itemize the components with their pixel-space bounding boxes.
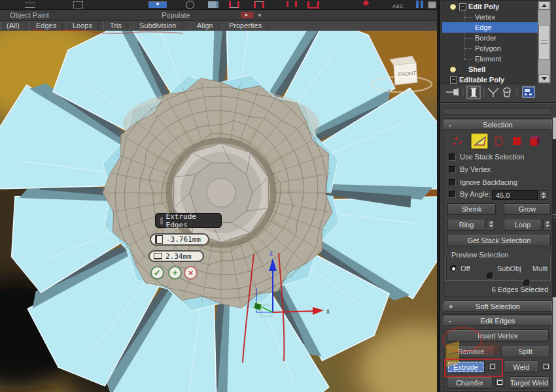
by-angle-spinner[interactable] <box>539 190 547 200</box>
layer-bars-icon[interactable] <box>421 1 423 8</box>
stack-row-edit-poly[interactable]: − Edit Poly <box>442 1 538 12</box>
check-icon: ✓ <box>154 268 161 278</box>
edit-edges-rollout-header[interactable]: - Edit Edges <box>443 316 552 326</box>
weld-button[interactable]: Weld <box>504 361 539 373</box>
by-vertex-label: By Vertex <box>460 165 491 174</box>
split-button[interactable]: Split <box>501 345 549 357</box>
perspective-viewport[interactable]: z x FRONT Extrude Edges -3.761mm <box>0 31 437 392</box>
element-subobject-icon[interactable] <box>530 136 540 146</box>
ring-spinner[interactable] <box>487 219 495 231</box>
marquee-icon[interactable] <box>73 1 83 8</box>
preview-subobj-radio[interactable] <box>487 272 494 280</box>
ribbon-tab-properties[interactable]: Properties <box>222 22 268 30</box>
ignore-backfacing-checkbox[interactable] <box>449 179 456 186</box>
stack-item-label[interactable]: Shell <box>468 64 485 74</box>
stack-item-label[interactable]: Editable Poly <box>459 74 504 84</box>
panel-scrollbar-track[interactable] <box>553 118 556 392</box>
model-center-dome[interactable] <box>169 140 273 245</box>
stack-row-element[interactable]: Element <box>442 54 551 64</box>
snap-toggle-icon[interactable]: ▼ <box>148 1 167 8</box>
caddy-grip-icon[interactable] <box>160 217 163 225</box>
make-unique-icon[interactable] <box>488 88 498 97</box>
remove-modifier-icon[interactable] <box>504 88 510 97</box>
ring-button[interactable]: Ring <box>447 219 485 231</box>
collapse-toggle[interactable]: - <box>449 316 451 326</box>
lightbulb-icon[interactable] <box>449 3 457 10</box>
extrude-edges-caddy-title[interactable]: Extrude Edges <box>155 213 222 228</box>
configure-modifier-sets-icon[interactable] <box>523 87 534 97</box>
mirror-tool-icon[interactable] <box>287 1 297 7</box>
extrude-height-value[interactable]: -3.761mm <box>166 235 201 244</box>
chamfer-settings-button[interactable] <box>495 378 504 387</box>
main-toolbar-strip: ▼ ABC <box>0 0 437 10</box>
spacing-tool-icon[interactable] <box>307 1 319 8</box>
ribbon-tab-align[interactable]: Align <box>190 22 219 30</box>
chamfer-button[interactable]: Chamfer <box>447 376 493 389</box>
caddy-title-text: Extrude Edges <box>166 212 217 229</box>
preview-subobj-label: SubObj <box>497 265 521 273</box>
use-stack-selection-checkbox[interactable] <box>449 154 456 161</box>
modifier-stack-list[interactable]: − Edit Poly Vertex Edge Border Polygon E… <box>442 0 551 84</box>
caddy-ok-button[interactable]: ✓ <box>150 266 164 280</box>
align-tool-icon[interactable] <box>254 1 264 8</box>
caddy-cancel-button[interactable]: × <box>184 266 198 280</box>
scroll-up-button[interactable] <box>538 1 550 10</box>
by-angle-field[interactable]: 45.0 <box>492 190 538 200</box>
show-end-result-icon[interactable] <box>467 86 480 99</box>
scrollbar-thumb[interactable] <box>538 25 550 60</box>
stack-row-editable-poly[interactable]: − Editable Poly <box>442 74 538 84</box>
extrude-height-field[interactable]: -3.761mm <box>150 233 209 246</box>
expand-toggle[interactable]: + <box>449 302 453 312</box>
edge-subobject-icon-active[interactable] <box>471 133 488 149</box>
panel-scrollbar-thumb[interactable] <box>553 139 556 297</box>
viewport-3d-scene[interactable]: z x FRONT <box>0 31 437 392</box>
lightbulb-icon[interactable] <box>449 66 457 73</box>
target-weld-button[interactable]: Target Weld <box>509 376 549 389</box>
extrude-base-width-field[interactable]: 2.34mm <box>148 250 204 262</box>
border-subobject-icon[interactable] <box>496 137 502 146</box>
stack-scrollbar-track[interactable] <box>538 1 551 84</box>
grow-button[interactable]: Grow <box>504 203 551 215</box>
ignore-backfacing-label: Ignore Backfacing <box>460 178 517 187</box>
stack-item-label[interactable]: Edit Poly <box>468 1 499 12</box>
scroll-down-button[interactable] <box>538 74 550 83</box>
dropdown-arrow-icon[interactable] <box>258 14 262 17</box>
circle-tool-icon[interactable] <box>186 1 194 9</box>
preview-off-radio[interactable] <box>450 265 457 272</box>
stack-row-border[interactable]: Border <box>442 33 551 43</box>
layer-bars-icon[interactable] <box>416 1 419 8</box>
rollout-top-bar[interactable] <box>442 108 552 115</box>
panel-icon[interactable] <box>428 1 436 8</box>
selection-rollout-header[interactable]: - Selection <box>443 120 552 130</box>
loop-button[interactable]: Loop <box>504 219 542 231</box>
pin-stack-icon[interactable] <box>446 88 458 96</box>
collapse-box-icon[interactable]: − <box>450 76 457 84</box>
collapse-toggle[interactable]: - <box>449 120 451 130</box>
stack-row-edge[interactable]: Edge <box>442 22 551 33</box>
tab-populate[interactable]: Populate <box>162 11 190 19</box>
get-stack-selection-button[interactable]: Get Stack Selection <box>447 234 551 246</box>
align-tool-icon[interactable] <box>229 1 239 8</box>
ribbon-tab-all[interactable]: (All) <box>0 22 26 30</box>
extrude-base-width-value[interactable]: 2.34mm <box>165 252 192 261</box>
axis-x-label: x <box>326 308 330 315</box>
caddy-apply-button[interactable]: + <box>168 266 182 280</box>
weld-settings-button[interactable] <box>542 362 551 371</box>
shrink-button[interactable]: Shrink <box>447 203 496 215</box>
tab-object-paint[interactable]: Object Paint <box>10 11 49 19</box>
soft-selection-rollout-header[interactable]: + Soft Selection <box>443 301 552 312</box>
by-angle-checkbox[interactable] <box>449 191 456 198</box>
polygon-subobject-icon[interactable] <box>513 137 521 145</box>
vertex-subobject-icon[interactable] <box>453 137 462 145</box>
extrude-annotation-box <box>444 359 503 377</box>
stack-row-polygon[interactable]: Polygon <box>442 43 551 54</box>
pin-marker-icon[interactable] <box>363 0 370 6</box>
book-icon[interactable] <box>208 1 218 8</box>
stack-row-vertex[interactable]: Vertex <box>442 12 551 22</box>
ruler-icon[interactable] <box>25 3 35 8</box>
loop-spinner[interactable] <box>543 219 551 231</box>
stack-row-shell[interactable]: Shell <box>442 64 538 74</box>
watermark-red-blob <box>474 340 505 358</box>
by-vertex-checkbox[interactable] <box>449 166 456 173</box>
collapse-box-icon[interactable]: − <box>459 3 466 10</box>
